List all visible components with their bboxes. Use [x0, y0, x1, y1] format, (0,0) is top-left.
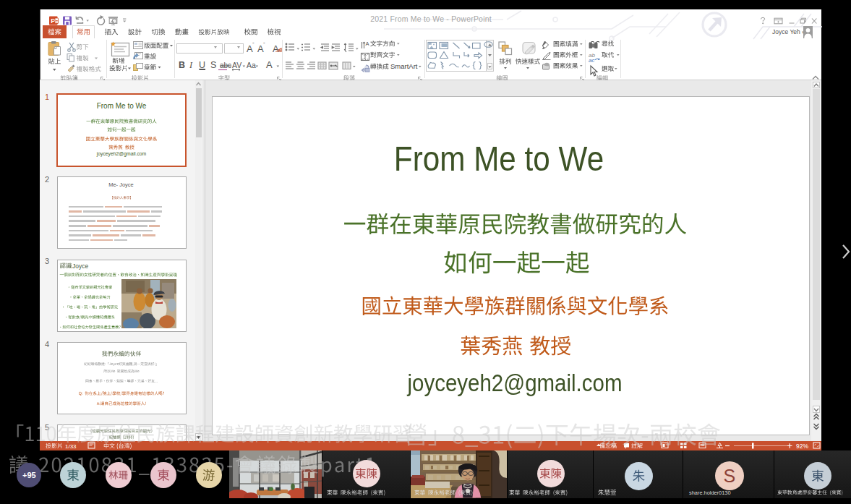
svg-text:share.holder0130: share.holder0130	[689, 490, 731, 496]
